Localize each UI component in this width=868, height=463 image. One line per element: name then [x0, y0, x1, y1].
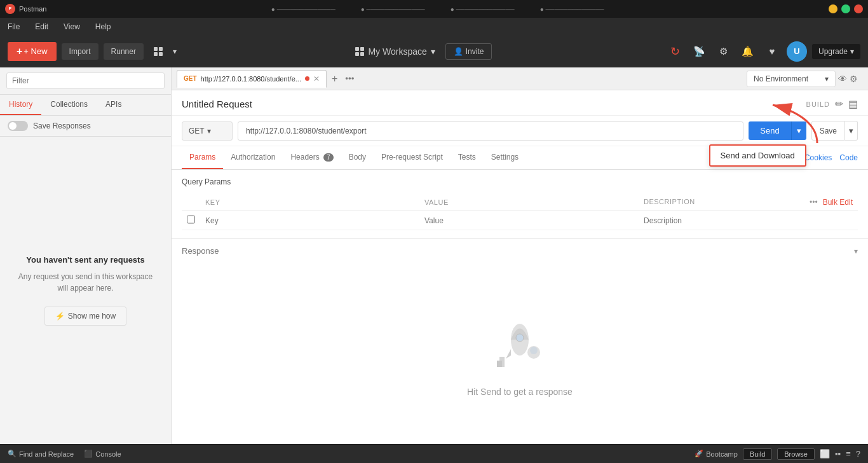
bulk-edit-button[interactable]: Bulk Edit [823, 198, 853, 207]
toolbar: + + New Import Runner ▾ My Workspace ▾ 👤… [0, 36, 868, 67]
table-layout-icon[interactable]: ≡ [846, 449, 851, 459]
sidebar-empty-state: You haven't sent any requests Any reques… [0, 137, 171, 444]
response-header: Response ▾ [172, 238, 868, 263]
main-content: GET http://127.0.0.1:8080/student/e... ✕… [172, 67, 868, 444]
params-table: KEY VALUE DESCRIPTION ••• Bulk Edit [182, 194, 858, 230]
help-menu[interactable]: Help [93, 21, 114, 32]
svg-rect-7 [360, 47, 364, 51]
sidebar-tab-history[interactable]: History [0, 95, 41, 115]
bootcamp-button[interactable]: 🚀 Bootcamp [695, 450, 738, 458]
title-bar: P Postman ● ───────────── ● ────────────… [0, 0, 868, 18]
workspace-button[interactable]: My Workspace ▾ [350, 44, 440, 59]
close-button[interactable] [854, 4, 863, 13]
invite-button[interactable]: 👤 Invite [445, 43, 492, 60]
rocket-illustration [488, 311, 552, 377]
bell-icon[interactable]: 🔔 [738, 42, 757, 61]
code-link[interactable]: Code [839, 147, 858, 169]
method-select[interactable]: GET ▾ [182, 121, 233, 141]
maximize-button[interactable] [841, 4, 850, 13]
upgrade-button[interactable]: Upgrade ▾ [812, 44, 860, 59]
layout-button[interactable] [149, 42, 168, 61]
tab-modified-dot [305, 76, 309, 81]
layout-icon[interactable]: ▤ [848, 98, 858, 110]
minimize-button[interactable] [829, 4, 837, 13]
more-tabs-button[interactable]: ••• [342, 74, 356, 83]
request-tabs-row: GET http://127.0.0.1:8080/student/e... ✕… [172, 67, 868, 90]
runner-button[interactable]: Runner [104, 43, 144, 60]
svg-text:P: P [9, 6, 12, 11]
response-collapse-icon[interactable]: ▾ [854, 247, 858, 256]
edit-menu[interactable]: Edit [32, 21, 51, 32]
heart-icon[interactable]: ♥ [763, 42, 782, 61]
response-empty-state: Hit Send to get a response [172, 263, 868, 444]
bootcamp-icon: 🚀 [695, 450, 703, 458]
send-download-dropdown[interactable]: Send and Download [709, 144, 806, 167]
sub-tab-headers[interactable]: Headers 7 [283, 146, 341, 169]
toolbar-chevron[interactable]: ▾ [173, 47, 177, 56]
no-environment-dropdown[interactable]: No Environment ▾ [747, 71, 836, 87]
sub-tab-settings[interactable]: Settings [484, 146, 526, 169]
url-input[interactable] [238, 121, 743, 141]
save-button[interactable]: Save [811, 121, 845, 141]
request-title: Untitled Request [182, 99, 252, 109]
svg-rect-16 [497, 361, 502, 367]
more-params-button[interactable]: ••• [810, 198, 818, 207]
save-responses-row: Save Responses [0, 116, 171, 137]
send-dropdown-button[interactable]: ▾ [791, 121, 806, 140]
edit-icon[interactable]: ✏ [835, 98, 843, 110]
eye-icon[interactable]: 👁 [838, 74, 847, 84]
value-input[interactable] [424, 216, 634, 225]
help-icon[interactable]: ? [856, 449, 860, 459]
file-menu[interactable]: File [5, 21, 22, 32]
tab-close-icon[interactable]: ✕ [313, 74, 320, 83]
toolbar-right: ↻ 📡 ⚙ 🔔 ♥ U Upgrade ▾ [666, 41, 860, 62]
two-pane-icon[interactable]: ▪▪ [835, 449, 841, 459]
save-dropdown-button[interactable]: ▾ [845, 121, 858, 141]
search-input[interactable] [6, 73, 165, 89]
send-button-group: Send ▾ Send and Download [749, 121, 806, 140]
sub-tab-body[interactable]: Body [341, 146, 374, 169]
sidebar-tabs: History Collections APIs [0, 95, 171, 116]
sidebar-tab-apis[interactable]: APIs [97, 95, 130, 115]
send-button[interactable]: Send [749, 121, 790, 140]
find-replace-item[interactable]: 🔍 Find and Replace [8, 450, 74, 458]
save-button-group: Save ▾ [811, 121, 858, 141]
settings-env-icon[interactable]: ⚙ [850, 74, 858, 84]
avatar-button[interactable]: U [787, 41, 807, 62]
add-tab-button[interactable]: + [328, 73, 341, 85]
build-mode-button[interactable]: Build [743, 448, 772, 460]
bottom-bar: 🔍 Find and Replace ⬛ Console 🚀 Bootcamp … [0, 444, 868, 463]
sub-tab-tests[interactable]: Tests [451, 146, 484, 169]
svg-rect-2 [154, 47, 158, 51]
console-item[interactable]: ⬛ Console [84, 450, 121, 458]
svg-rect-5 [159, 52, 163, 56]
refresh-icon[interactable]: ↻ [666, 42, 685, 61]
empty-title: You haven't sent any requests [26, 255, 144, 265]
import-button[interactable]: Import [62, 43, 98, 60]
sub-tab-authorization[interactable]: Authorization [223, 146, 283, 169]
svg-rect-8 [355, 52, 359, 56]
show-me-how-button[interactable]: ⚡ Show me how [44, 307, 126, 326]
request-header-right: BUILD ✏ ▤ [806, 98, 858, 110]
browse-mode-button[interactable]: Browse [777, 448, 815, 460]
response-title: Response [182, 246, 219, 256]
desc-input[interactable] [644, 216, 853, 225]
window-controls[interactable] [829, 4, 863, 13]
row-checkbox[interactable] [187, 215, 195, 224]
sub-tab-params[interactable]: Params [182, 146, 223, 169]
save-responses-toggle[interactable] [8, 121, 28, 131]
key-input[interactable] [205, 216, 414, 225]
tab-url: http://127.0.0.1:8080/student/e... [201, 75, 301, 83]
split-layout-icon[interactable]: ⬜ [820, 449, 830, 459]
view-menu[interactable]: View [61, 21, 83, 32]
key-header: KEY [200, 194, 419, 211]
request-tab-active[interactable]: GET http://127.0.0.1:8080/student/e... ✕ [177, 70, 327, 88]
sub-tab-pre-request[interactable]: Pre-request Script [374, 146, 451, 169]
satellite-icon[interactable]: 📡 [690, 42, 709, 61]
cookies-link[interactable]: Cookies [804, 147, 832, 169]
settings-icon[interactable]: ⚙ [714, 42, 733, 61]
toolbar-center: My Workspace ▾ 👤 Invite [182, 43, 661, 60]
svg-rect-3 [159, 47, 163, 51]
new-button[interactable]: + + New [8, 42, 57, 61]
sidebar-tab-collections[interactable]: Collections [41, 95, 97, 115]
